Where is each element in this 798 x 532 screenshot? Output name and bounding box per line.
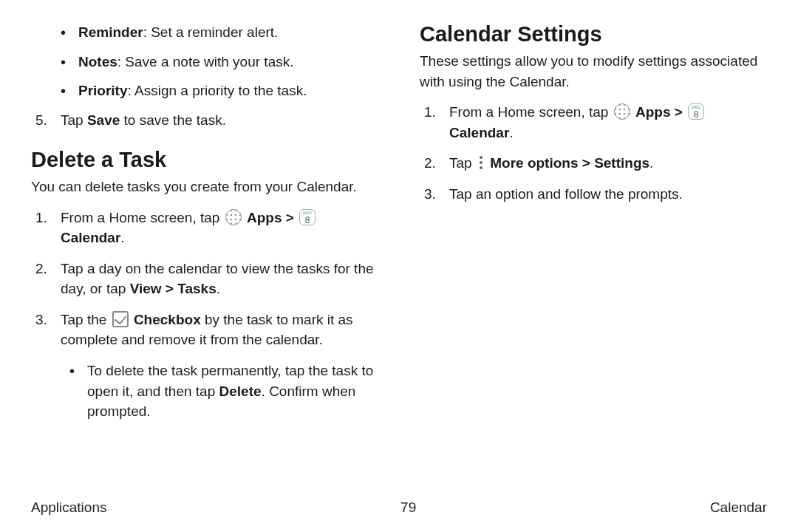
page-footer: Applications 79 Calendar (0, 499, 798, 516)
text: From a Home screen, tap (449, 104, 613, 120)
delete-step-3: 3. Tap the Checkbox by the task to mark … (55, 310, 378, 422)
label: Reminder (78, 24, 143, 40)
text: : Save a note with your task. (117, 54, 294, 69)
delete-step-2: 2. Tap a day on the calendar to view the… (55, 259, 378, 299)
checkbox-icon (112, 311, 129, 327)
heading-delete-task: Delete a Task (31, 148, 378, 172)
footer-left: Applications (31, 499, 106, 516)
heading-calendar-settings: Calendar Settings (420, 22, 767, 47)
step-number: 1. (35, 208, 47, 228)
bullet-reminder: Reminder: Set a reminder alert. (78, 22, 378, 43)
label: Priority (78, 83, 128, 98)
right-column: Calendar Settings These settings allow y… (420, 22, 767, 432)
step-5: 5.Tap Save to save the task. (55, 110, 378, 131)
left-column: Reminder: Set a reminder alert. Notes: S… (31, 22, 378, 432)
step-number: 3. (424, 184, 436, 205)
text: Tap the (61, 312, 111, 327)
calendar-label: Calendar (61, 230, 120, 245)
text: . (120, 230, 124, 245)
delete-steps: 1. From a Home screen, tap Apps > Calend… (31, 208, 378, 422)
separator: > (282, 210, 298, 225)
step-number: 2. (35, 259, 47, 279)
delete-intro: You can delete tasks you create from you… (31, 177, 378, 197)
bold: Save (87, 112, 120, 128)
delete-sub-bullet: To delete the task permanently, tap the … (61, 361, 378, 422)
separator: > (670, 104, 686, 120)
bold: Checkbox (134, 312, 201, 327)
more-options-icon (477, 155, 485, 170)
apps-icon (225, 209, 242, 225)
settings-step-2: 2. Tap More options > Settings. (443, 153, 767, 174)
label: Notes (78, 54, 117, 69)
text: . (509, 125, 513, 140)
calendar-icon (299, 209, 316, 225)
text: : Assign a priority to the task. (128, 83, 307, 98)
settings-step-1: 1. From a Home screen, tap Apps > Calend… (443, 102, 767, 143)
settings-intro: These settings allow you to modify setti… (420, 51, 767, 92)
text: Tap (449, 155, 476, 171)
step-number: 1. (424, 102, 436, 123)
apps-label: Apps (635, 104, 671, 120)
text: : Set a reminder alert. (143, 24, 279, 40)
text: . (649, 155, 653, 171)
text: . (216, 281, 220, 296)
bold: View > Tasks (130, 281, 216, 296)
step-number: 2. (424, 153, 436, 174)
settings-steps: 1. From a Home screen, tap Apps > Calend… (420, 102, 767, 204)
step-number: 3. (35, 310, 47, 330)
apps-icon (614, 103, 630, 120)
text: Tap (61, 112, 87, 128)
delete-step-1: 1. From a Home screen, tap Apps > Calend… (55, 208, 378, 248)
bold: More options > Settings (490, 155, 649, 171)
calendar-label: Calendar (449, 125, 509, 140)
apps-label: Apps (247, 210, 282, 225)
bullet-notes: Notes: Save a note with your task. (78, 52, 378, 72)
settings-step-3: 3. Tap an option and follow the prompts. (443, 184, 767, 205)
sub-bullet-item: To delete the task permanently, tap the … (87, 361, 378, 422)
text: to save the task. (120, 112, 226, 128)
bold: Delete (219, 383, 262, 399)
step-number: 5. (35, 110, 47, 131)
footer-right: Calendar (710, 499, 767, 516)
calendar-icon (688, 103, 704, 120)
text: Tap an option and follow the prompts. (449, 186, 683, 202)
footer-page-number: 79 (400, 499, 416, 516)
task-options-bullets: Reminder: Set a reminder alert. Notes: S… (31, 22, 378, 101)
bullet-priority: Priority: Assign a priority to the task. (78, 81, 378, 101)
text: From a Home screen, tap (61, 210, 224, 225)
save-step-list: 5.Tap Save to save the task. (31, 110, 378, 131)
